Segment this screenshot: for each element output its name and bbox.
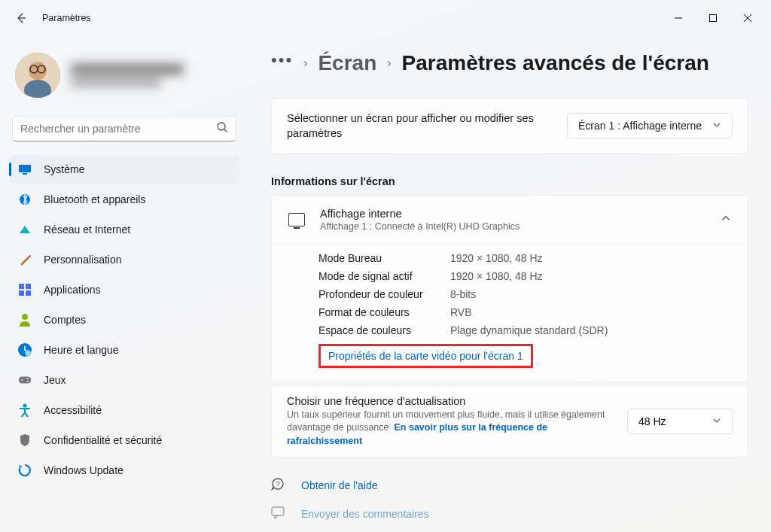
help-icon: ? [271,477,285,494]
arrow-left-icon [15,12,27,24]
sidebar-item-accounts[interactable]: Comptes [9,306,239,334]
svg-rect-24 [19,377,31,384]
info-key: Espace de couleurs [318,324,450,336]
refresh-rate-card: Choisir une fréquence d'actualisation Un… [271,385,748,458]
info-key: Format de couleurs [318,306,450,318]
svg-rect-15 [19,284,24,289]
user-profile[interactable] [9,42,239,116]
svg-point-10 [218,123,225,130]
svg-rect-13 [23,173,27,175]
sidebar-item-label: Système [44,163,84,175]
display-info-title: Affichage interne [320,208,705,220]
info-row: Format de couleursRVB [318,303,731,321]
adapter-properties-highlight: Propriétés de la carte vidéo pour l'écra… [318,344,533,368]
svg-point-26 [27,378,29,379]
chevron-right-icon: › [387,56,391,70]
svg-point-28 [23,404,27,408]
info-value: 1920 × 1080, 48 Hz [450,252,543,264]
sidebar-item-network[interactable]: Réseau et Internet [9,215,239,244]
display-info-card: Affichage interne Affichage 1 : Connecté… [271,195,748,382]
svg-rect-16 [26,284,31,289]
info-key: Mode de signal actif [318,270,450,282]
sidebar-item-apps[interactable]: Applications [9,275,239,304]
adapter-properties-link[interactable]: Propriétés de la carte vidéo pour l'écra… [328,350,523,362]
display-info-subtitle: Affichage 1 : Connecté à Intel(R) UHD Gr… [320,221,705,232]
breadcrumb-current: Paramètres avancés de l'écran [402,51,709,75]
svg-point-27 [27,381,29,382]
sidebar-item-label: Applications [44,284,101,296]
sidebar-item-label: Jeux [44,374,66,386]
window-title: Paramètres [42,13,91,23]
chevron-down-icon [712,415,721,427]
chevron-up-icon [721,213,731,226]
sidebar-item-label: Confidentialité et sécurité [44,434,162,446]
back-button[interactable] [6,3,36,33]
sidebar-item-time[interactable]: 文Heure et langue [9,336,239,364]
display-selector-dropdown[interactable]: Écran 1 : Affichage interne [567,113,733,138]
svg-rect-2 [710,15,717,22]
info-key: Mode Bureau [318,252,450,264]
system-icon [18,163,32,176]
sidebar-item-gaming[interactable]: Jeux [9,366,239,394]
breadcrumb-parent[interactable]: Écran [318,51,376,75]
refresh-rate-subtitle: Un taux supérieur fournit un mouvement p… [287,409,612,448]
display-selector-card: Sélectionner un écran pour afficher ou m… [271,98,748,154]
update-icon [18,464,32,477]
apps-icon [18,283,32,296]
maximize-button[interactable] [696,6,730,30]
info-value: 1920 × 1080, 48 Hz [450,270,543,282]
svg-line-11 [224,129,227,132]
svg-point-25 [22,379,23,381]
sidebar-item-personalization[interactable]: Personnalisation [9,245,239,274]
display-selector-label: Sélectionner un écran pour afficher ou m… [287,111,552,141]
info-row: Espace de couleursPlage dynamique standa… [318,321,731,339]
user-info [71,63,184,87]
chevron-down-icon [712,120,721,132]
refresh-rate-title: Choisir une fréquence d'actualisation [287,395,612,407]
close-button[interactable] [730,6,765,30]
info-row: Profondeur de couleur8-bits [318,285,731,303]
section-title: Informations sur l'écran [271,175,748,187]
network-icon [18,223,32,236]
accessibility-icon [18,403,32,417]
info-value: RVB [450,306,472,318]
svg-rect-12 [19,165,31,172]
time-icon: 文 [18,343,32,357]
info-value: Plage dynamique standard (SDR) [450,324,608,336]
gaming-icon [18,373,32,387]
svg-point-19 [22,314,28,320]
avatar [15,53,60,98]
search-input[interactable] [20,123,216,135]
svg-rect-18 [26,290,31,296]
search-box[interactable] [12,116,236,141]
sidebar-item-label: Accessibilité [44,404,102,416]
feedback-icon [271,506,285,522]
refresh-rate-dropdown[interactable]: 48 Hz [627,409,733,434]
personalization-icon [18,253,32,266]
sidebar-item-label: Comptes [44,314,86,326]
accounts-icon [18,313,32,327]
search-icon [216,121,228,136]
dropdown-value: Écran 1 : Affichage interne [578,120,702,132]
minimize-button[interactable] [661,6,696,30]
sidebar-item-bluetooth[interactable]: Bluetooth et appareils [9,185,239,214]
chevron-right-icon: › [303,56,307,70]
sidebar-item-system[interactable]: Système [9,155,239,184]
get-help-link[interactable]: ? Obtenir de l'aide [271,477,748,494]
sidebar-item-privacy[interactable]: Confidentialité et sécurité [9,426,239,454]
svg-text:?: ? [276,480,279,488]
breadcrumb-more-icon[interactable]: ••• [271,50,293,76]
dropdown-value: 48 Hz [638,415,666,427]
sidebar-item-accessibility[interactable]: Accessibilité [9,396,239,424]
display-info-header[interactable]: Affichage interne Affichage 1 : Connecté… [272,196,748,244]
sidebar-item-update[interactable]: Windows Update [9,456,239,485]
svg-text:文: 文 [26,351,30,355]
display-icon [288,213,305,226]
privacy-icon [18,433,32,447]
sidebar-item-label: Personnalisation [44,254,122,266]
svg-rect-31 [272,507,284,515]
send-feedback-link[interactable]: Envoyer des commentaires [271,506,748,522]
sidebar-item-label: Bluetooth et appareils [44,193,145,205]
sidebar-item-label: Windows Update [44,464,123,476]
bluetooth-icon [18,193,32,206]
